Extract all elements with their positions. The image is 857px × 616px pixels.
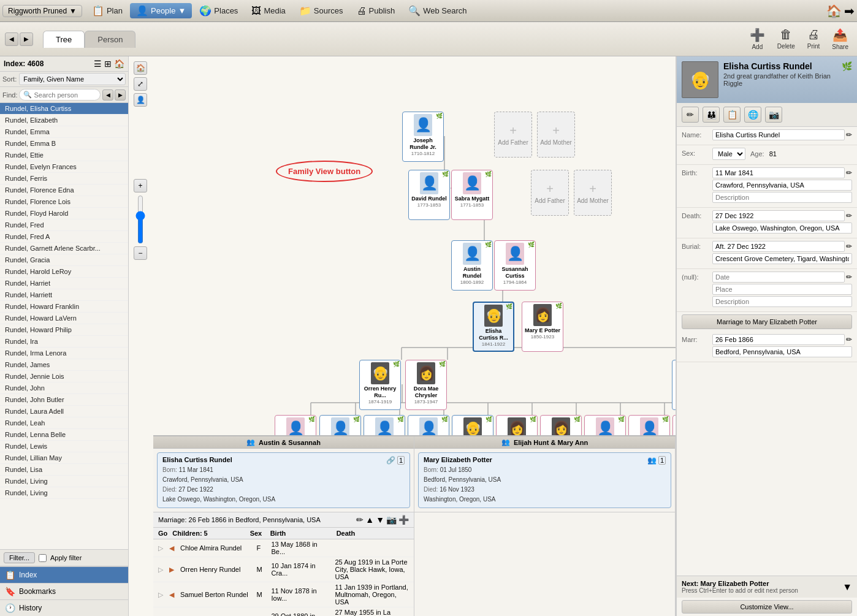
person-card-susannah[interactable]: 👤Susannah Curtiss1794-1864🌿: [494, 240, 536, 291]
add-card-0[interactable]: +Add Father: [494, 112, 532, 158]
sidebar-nav-history[interactable]: 🕐 History: [0, 599, 128, 616]
arrow-right-icon[interactable]: ➡: [844, 4, 855, 18]
null-desc-input[interactable]: [712, 296, 852, 307]
apply-filter-checkbox[interactable]: [39, 554, 47, 562]
nav-back-button[interactable]: ◀: [5, 32, 18, 46]
marriage-edit-icon[interactable]: ✏: [356, 515, 364, 525]
edit-button[interactable]: ✏: [682, 107, 699, 123]
share-button[interactable]: 📤 Share: [828, 26, 852, 51]
burial-place-input[interactable]: [712, 253, 852, 264]
person-list-item[interactable]: Rundel, Howard Philip: [0, 324, 128, 336]
person-card-david[interactable]: 👤David Rundel1773-1853🌿: [408, 170, 450, 220]
delete-button[interactable]: 🗑 Delete: [774, 26, 799, 51]
person-list-item[interactable]: Rundel, Lillian May: [0, 452, 128, 464]
add-card-3[interactable]: +Add Mother: [574, 170, 612, 216]
tree-expand-button[interactable]: ⤢: [134, 77, 147, 91]
marriage-cam-icon[interactable]: 📷: [386, 515, 397, 525]
person-link-icon[interactable]: 🔗: [386, 456, 395, 465]
person-list-item[interactable]: Rundel, Lenna Belle: [0, 429, 128, 441]
menu-item-publish[interactable]: 🖨 Publish: [351, 4, 402, 18]
menu-item-people[interactable]: 👤 People ▼: [130, 3, 192, 18]
person-card-orren[interactable]: 👴Orren Henry Ru...1874-1919🌿: [359, 360, 401, 410]
add-card-1[interactable]: +Add Mother: [537, 112, 575, 158]
sort-select[interactable]: Family, Given Name: [19, 73, 126, 85]
menu-item-plan[interactable]: 📋 Plan: [86, 3, 129, 18]
table-row[interactable]: ▷ ▶ Orren Henry Rundel M 10 Jan 1874 in …: [153, 557, 414, 582]
marr-edit-icon[interactable]: ✏: [846, 335, 852, 344]
person-card-mary_e[interactable]: 👩Mary E Potter1850-1923🌿: [522, 302, 563, 352]
nav-forward-button[interactable]: ▶: [20, 32, 33, 46]
death-place-input[interactable]: [712, 222, 852, 234]
marriage-nav-down-icon[interactable]: ▼: [376, 515, 384, 525]
marriage-button[interactable]: Marriage to Mary Elizabeth Potter: [682, 314, 852, 329]
customize-view-button[interactable]: Customize View...: [682, 600, 852, 614]
sex-select[interactable]: Male: [712, 148, 745, 160]
person-list-item[interactable]: Rundel, Howard LaVern: [0, 313, 128, 324]
menu-item-media[interactable]: 🖼 Media: [245, 4, 291, 18]
menu-item-websearch[interactable]: 🔍 Web Search: [402, 3, 473, 18]
person-card-elisha[interactable]: 👴Elisha Curtiss R...1841-1922🌿: [473, 302, 514, 352]
person-card-austin[interactable]: 👤Austin Rundel1800-1892🌿: [451, 240, 493, 291]
null-date-input[interactable]: [712, 272, 845, 283]
person-list-item[interactable]: Rundel, Ettie: [0, 150, 128, 161]
person-list-item[interactable]: Rundel, Lewis: [0, 441, 128, 452]
person-list-item[interactable]: Rundel, Jennie Lois: [0, 371, 128, 382]
copy-button[interactable]: 📋: [723, 107, 741, 123]
sidebar-nav-index[interactable]: 📋 Index: [0, 566, 128, 583]
person-list-item[interactable]: Rundel, Ira: [0, 336, 128, 348]
person-list-item[interactable]: Rundel, John Butler: [0, 394, 128, 406]
add-button[interactable]: ➕ Add: [746, 26, 769, 51]
family-icon[interactable]: 🏠: [826, 4, 842, 18]
birth-date-input[interactable]: [712, 167, 845, 178]
filter-button[interactable]: Filter...: [4, 552, 35, 563]
app-title[interactable]: Riggworth Pruned ▼: [2, 5, 82, 17]
person-list-item[interactable]: Rundel, Floyd Harold: [0, 208, 128, 219]
marriage-add-icon[interactable]: ➕: [398, 515, 409, 525]
person-list-item[interactable]: Rundel, Florence Edna: [0, 184, 128, 196]
burial-date-input[interactable]: [712, 241, 845, 252]
person-list-item[interactable]: Rundel, John: [0, 382, 128, 394]
person-list-item[interactable]: Rundel, Living: [0, 476, 128, 487]
next-person-arrow-icon[interactable]: ▼: [842, 582, 852, 593]
tab-person[interactable]: Person: [85, 31, 135, 48]
marr-place-input[interactable]: [712, 346, 852, 357]
birth-place-input[interactable]: [712, 180, 852, 191]
search-input[interactable]: [34, 91, 96, 99]
camera-button[interactable]: 📷: [765, 107, 782, 123]
print-button[interactable]: 🖨 Print: [804, 26, 824, 51]
person-list-item[interactable]: Rundel, Lisa: [0, 464, 128, 476]
person-list-item[interactable]: Rundel, Fred A: [0, 231, 128, 243]
person-list-item[interactable]: Rundel, Fred: [0, 219, 128, 231]
person-list-item[interactable]: Rundel, Harriett: [0, 289, 128, 301]
find-next-button[interactable]: ▶: [115, 89, 126, 101]
person-list-item[interactable]: Rundel, Elizabeth: [0, 115, 128, 126]
person-list-item[interactable]: Rundel, Elisha Curtiss: [0, 103, 128, 115]
name-input[interactable]: [712, 129, 845, 140]
zoom-out-button[interactable]: −: [134, 246, 147, 260]
person-count-badge[interactable]: 1: [397, 456, 405, 465]
person-list-item[interactable]: Rundel, Harriet: [0, 278, 128, 289]
tree-home-button[interactable]: 🏠: [134, 61, 147, 75]
null-edit-icon[interactable]: ✏: [846, 273, 852, 281]
person-list-item[interactable]: Rundel, Laura Adell: [0, 406, 128, 417]
person-list-item[interactable]: Rundel, Evelyn Frances: [0, 161, 128, 173]
person-list-item[interactable]: Rundel, Florence Lois: [0, 196, 128, 208]
person-card-joseph[interactable]: 👤Joseph Rundle Jr.1710-1812🌿: [402, 112, 444, 162]
find-prev-button[interactable]: ◀: [102, 89, 113, 101]
death-date-input[interactable]: [712, 210, 845, 221]
sidebar-list-icon[interactable]: ☰: [94, 59, 102, 69]
sidebar-grid-icon[interactable]: ⊞: [104, 59, 112, 69]
family-button[interactable]: 👪: [703, 107, 720, 123]
person-card-dora[interactable]: 👩Dora Mae Chrysler1873-1947🌿: [405, 360, 447, 410]
burial-edit-icon[interactable]: ✏: [846, 242, 852, 251]
person-list-item[interactable]: Rundel, Living: [0, 487, 128, 499]
person-list-item[interactable]: Rundel, Garnett Arlene Scarbr...: [0, 243, 128, 254]
birth-desc-input[interactable]: [712, 192, 852, 203]
tree-person-button[interactable]: 👤: [134, 93, 147, 107]
birth-edit-icon[interactable]: ✏: [846, 169, 852, 177]
person-list-item[interactable]: Rundel, Howard Franklin: [0, 301, 128, 313]
person-list-item[interactable]: Rundel, James: [0, 359, 128, 371]
null-place-input[interactable]: [712, 284, 852, 295]
person-list-item[interactable]: Rundel, Emma: [0, 126, 128, 138]
sidebar-nav-bookmarks[interactable]: 🔖 Bookmarks: [0, 583, 128, 599]
